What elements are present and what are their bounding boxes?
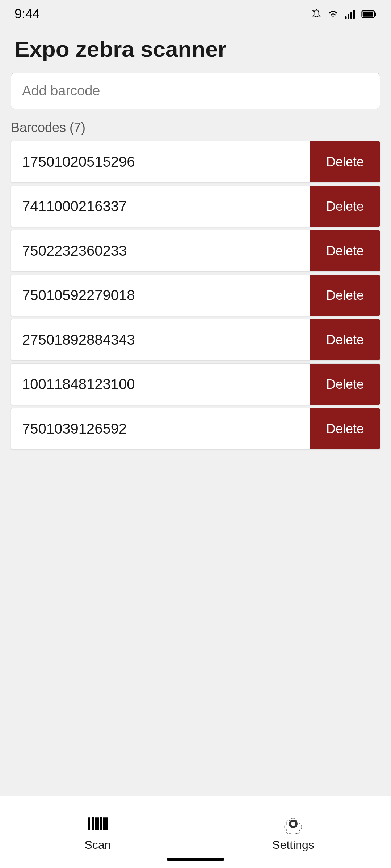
svg-rect-14: [103, 817, 104, 830]
nav-settings-label: Settings: [272, 838, 314, 852]
svg-rect-8: [91, 817, 91, 830]
svg-rect-1: [348, 14, 350, 19]
app-header: Expo zebra scanner: [0, 25, 391, 69]
delete-button[interactable]: Delete: [310, 319, 380, 360]
signal-icon: [344, 8, 357, 20]
barcode-row: 75010592279018Delete: [11, 275, 380, 316]
svg-rect-15: [104, 817, 106, 830]
status-icons: [311, 8, 377, 20]
svg-rect-12: [98, 817, 99, 830]
search-container: [0, 69, 391, 116]
barcode-value: 17501020515296: [11, 141, 310, 182]
status-bar: 9:44: [0, 0, 391, 25]
barcode-row: 27501892884343Delete: [11, 319, 380, 361]
barcodes-header: Barcodes (7): [0, 116, 391, 141]
bottom-nav: Scan Settings: [0, 796, 391, 868]
nav-item-scan[interactable]: Scan: [0, 812, 196, 852]
svg-rect-3: [353, 10, 355, 19]
app-title: Expo zebra scanner: [14, 36, 377, 62]
gear-icon: [282, 812, 305, 835]
barcode-row: 10011848123100Delete: [11, 363, 380, 405]
delete-button[interactable]: Delete: [310, 364, 380, 405]
svg-rect-2: [350, 12, 352, 19]
delete-button[interactable]: Delete: [310, 141, 380, 182]
barcode-input[interactable]: [11, 73, 380, 109]
barcode-row: 17501020515296Delete: [11, 141, 380, 183]
barcode-value: 7411000216337: [11, 186, 310, 227]
barcodes-count-label: Barcodes (7): [11, 120, 85, 135]
battery-icon: [361, 9, 377, 19]
barcode-value: 10011848123100: [11, 364, 310, 405]
svg-rect-13: [100, 817, 102, 830]
svg-rect-10: [95, 817, 96, 830]
nav-scan-label: Scan: [85, 838, 111, 852]
svg-rect-7: [88, 817, 90, 830]
delete-button[interactable]: Delete: [310, 275, 380, 316]
barcodes-list: 17501020515296Delete7411000216337Delete7…: [0, 141, 391, 452]
delete-button[interactable]: Delete: [310, 186, 380, 227]
nav-underline: [167, 858, 224, 861]
barcode-value: 7501039126592: [11, 408, 310, 449]
svg-rect-6: [363, 12, 373, 17]
barcode-value: 27501892884343: [11, 319, 310, 360]
svg-rect-16: [106, 817, 108, 830]
notification-icon: [311, 8, 322, 20]
delete-button[interactable]: Delete: [310, 408, 380, 449]
barcode-scan-icon: [86, 812, 109, 835]
nav-item-settings[interactable]: Settings: [196, 812, 391, 852]
svg-rect-5: [374, 13, 376, 16]
barcode-row: 7501039126592Delete: [11, 408, 380, 450]
barcode-value: 7502232360233: [11, 230, 310, 271]
delete-button[interactable]: Delete: [310, 230, 380, 271]
wifi-icon: [327, 9, 340, 19]
barcode-value: 75010592279018: [11, 275, 310, 316]
barcode-row: 7502232360233Delete: [11, 230, 380, 272]
svg-rect-11: [96, 817, 98, 830]
barcode-row: 7411000216337Delete: [11, 186, 380, 227]
svg-rect-0: [345, 16, 347, 19]
status-time: 9:44: [14, 7, 40, 22]
svg-rect-9: [92, 817, 94, 830]
